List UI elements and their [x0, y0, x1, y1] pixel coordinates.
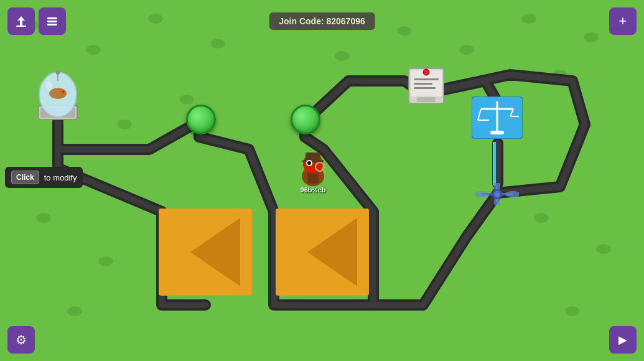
top-left-toolbar	[7, 7, 66, 35]
upload-button[interactable]	[7, 7, 35, 35]
svg-rect-16	[414, 83, 432, 85]
svg-rect-17	[414, 87, 436, 89]
scale-node[interactable]	[472, 96, 523, 141]
svg-rect-45	[47, 17, 57, 19]
modifier-label: to modify	[44, 173, 77, 182]
svg-rect-18	[417, 97, 436, 102]
gold-box-2[interactable]	[276, 209, 369, 296]
bottom-right-area: ▶	[609, 326, 637, 354]
svg-rect-26	[490, 131, 504, 134]
svg-point-8	[63, 91, 64, 92]
svg-rect-15	[414, 78, 439, 80]
green-button-1-node[interactable]	[186, 105, 216, 134]
svg-rect-47	[47, 24, 57, 26]
settings-button[interactable]: ⚙	[7, 326, 35, 354]
computer-node[interactable]	[408, 67, 445, 107]
click-label: Click	[11, 171, 39, 184]
fish-tank-node[interactable]	[35, 68, 80, 121]
svg-point-10	[56, 71, 60, 75]
join-code-badge: Join Code: 82067096	[269, 12, 375, 30]
svg-point-7	[61, 90, 65, 94]
click-tooltip: Click to modify	[5, 167, 83, 188]
play-button[interactable]: ▶	[609, 326, 637, 354]
svg-rect-38	[306, 152, 320, 161]
bottom-left-area: ⚙	[7, 326, 35, 354]
top-right-area: +	[609, 7, 637, 35]
svg-point-30	[505, 191, 519, 197]
game-canvas: 96b½cb Join Code: 82067096 + ⚙	[0, 0, 644, 361]
svg-point-29	[475, 191, 489, 197]
drone-node[interactable]	[475, 183, 519, 208]
svg-point-14	[423, 69, 429, 75]
add-button[interactable]: +	[609, 7, 637, 35]
gold-box-1[interactable]	[159, 209, 252, 296]
character-label: 96b½cb	[301, 186, 326, 194]
svg-rect-46	[47, 21, 57, 22]
svg-point-41	[307, 161, 311, 165]
character-sprite[interactable]: 96b½cb	[296, 146, 330, 184]
layers-button[interactable]	[39, 7, 66, 35]
svg-rect-44	[16, 26, 26, 27]
svg-point-34	[494, 191, 500, 197]
green-button-2-node[interactable]	[291, 105, 320, 134]
